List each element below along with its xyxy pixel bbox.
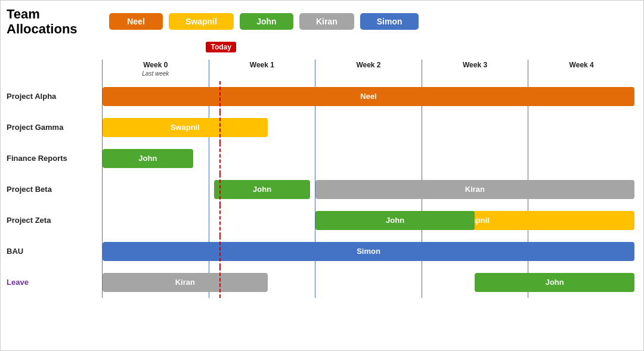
row-label-0: Project Alpha bbox=[7, 92, 102, 101]
week-col-3 bbox=[422, 236, 528, 267]
gantt-cells-1: Swapnil bbox=[102, 112, 634, 143]
week-col-4 bbox=[528, 143, 634, 174]
page-title: TeamAllocations bbox=[7, 7, 102, 37]
gantt-row-0: Project AlphaNeel bbox=[7, 81, 634, 112]
legend-items: NeelSwapnilJohnKiranSimon bbox=[109, 13, 419, 30]
gantt-cells-2: John bbox=[102, 143, 634, 174]
week-col-0 bbox=[103, 143, 209, 174]
week-col-2 bbox=[315, 174, 422, 205]
week-col-4 bbox=[528, 267, 634, 298]
gantt-row-4: Project ZetaSwapnilJohn bbox=[7, 205, 634, 236]
week-header-4: Week 4 bbox=[528, 60, 634, 81]
week-col-3 bbox=[422, 112, 528, 143]
week-header-0: Week 0Last week bbox=[102, 60, 209, 81]
week-sub: Last week bbox=[142, 70, 169, 77]
week-col-2 bbox=[315, 112, 422, 143]
gantt-body: Project AlphaNeelProject GammaSwapnilFin… bbox=[7, 81, 634, 344]
week-col-1 bbox=[209, 174, 315, 205]
legend-badge-kiran: Kiran bbox=[299, 13, 354, 30]
week-header-1: Week 1 bbox=[209, 60, 315, 81]
week-col-1 bbox=[209, 267, 315, 298]
gantt-cells-4: SwapnilJohn bbox=[102, 205, 634, 236]
week-col-0 bbox=[103, 174, 209, 205]
week-col-1 bbox=[209, 81, 315, 112]
week-col-3 bbox=[422, 174, 528, 205]
legend-badge-john: John bbox=[240, 13, 293, 30]
week-header-2: Week 2 bbox=[315, 60, 422, 81]
row-label-6: Leave bbox=[7, 278, 102, 287]
row-label-2: Finance Reports bbox=[7, 154, 102, 163]
week-header-3: Week 3 bbox=[422, 60, 528, 81]
week-header-row: Week 0Last weekWeek 1Week 2Week 3Week 4 bbox=[102, 60, 634, 81]
week-col-4 bbox=[528, 81, 634, 112]
gantt-cells-6: KiranJohn bbox=[102, 267, 634, 298]
week-col-2 bbox=[315, 205, 422, 236]
main-container: TeamAllocations NeelSwapnilJohnKiranSimo… bbox=[0, 0, 644, 351]
week-col-4 bbox=[528, 174, 634, 205]
week-col-4 bbox=[528, 236, 634, 267]
legend-badge-neel: Neel bbox=[109, 13, 163, 30]
week-col-2 bbox=[315, 236, 422, 267]
week-col-2 bbox=[315, 143, 422, 174]
week-col-0 bbox=[103, 205, 209, 236]
week-label: Week 4 bbox=[569, 61, 594, 69]
week-col-3 bbox=[422, 143, 528, 174]
gantt-row-3: Project BetaJohnKiran bbox=[7, 174, 634, 205]
week-col-1 bbox=[209, 143, 315, 174]
today-row: Today bbox=[102, 42, 634, 60]
week-col-1 bbox=[209, 112, 315, 143]
week-col-3 bbox=[422, 81, 528, 112]
week-label: Week 0 bbox=[143, 61, 168, 69]
row-label-4: Project Zeta bbox=[7, 216, 102, 225]
week-col-1 bbox=[209, 205, 315, 236]
gantt-row-6: LeaveKiranJohn bbox=[7, 267, 634, 298]
gantt-row-1: Project GammaSwapnil bbox=[7, 112, 634, 143]
row-label-3: Project Beta bbox=[7, 185, 102, 194]
week-col-3 bbox=[422, 205, 528, 236]
week-label: Week 3 bbox=[463, 61, 487, 69]
week-col-2 bbox=[315, 267, 422, 298]
today-label: Today bbox=[206, 42, 236, 52]
gantt-row-2: Finance ReportsJohn bbox=[7, 143, 634, 174]
row-label-1: Project Gamma bbox=[7, 123, 102, 132]
week-label: Week 2 bbox=[356, 61, 380, 69]
gantt-cells-5: Simon bbox=[102, 236, 634, 267]
week-col-4 bbox=[528, 205, 634, 236]
week-col-0 bbox=[103, 81, 209, 112]
week-col-1 bbox=[209, 236, 315, 267]
legend-badge-swapnil: Swapnil bbox=[169, 13, 234, 30]
week-label: Week 1 bbox=[250, 61, 274, 69]
week-col-3 bbox=[422, 267, 528, 298]
week-col-0 bbox=[103, 112, 209, 143]
week-col-2 bbox=[315, 81, 422, 112]
row-label-5: BAU bbox=[7, 247, 102, 256]
week-col-0 bbox=[103, 236, 209, 267]
legend-badge-simon: Simon bbox=[360, 13, 419, 30]
week-col-4 bbox=[528, 112, 634, 143]
header-row: TeamAllocations NeelSwapnilJohnKiranSimo… bbox=[7, 7, 634, 37]
gantt-cells-3: JohnKiran bbox=[102, 174, 634, 205]
gantt-row-5: BAUSimon bbox=[7, 236, 634, 267]
chart-area: Today Week 0Last weekWeek 1Week 2Week 3W… bbox=[7, 42, 634, 344]
week-col-0 bbox=[103, 267, 209, 298]
gantt-cells-0: Neel bbox=[102, 81, 634, 112]
